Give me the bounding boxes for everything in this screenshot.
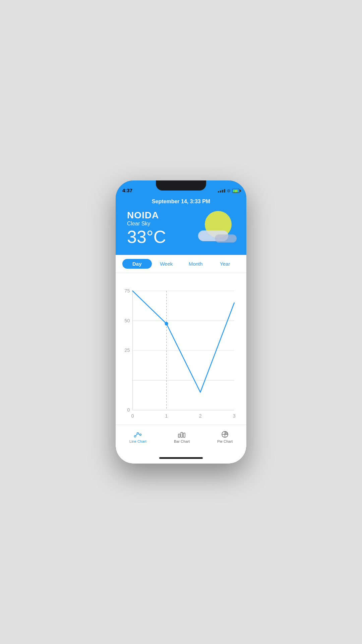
line-chart: 75 50 25 0 0 1 2 3 xyxy=(119,280,241,421)
phone-screen: 4:37 ⊜ ⚡ September 14, 3:33 PM xyxy=(116,180,246,464)
notch xyxy=(156,180,206,191)
nav-pie-chart-label: Pie Chart xyxy=(217,439,233,443)
svg-text:2: 2 xyxy=(199,413,202,419)
tab-year[interactable]: Year xyxy=(210,259,240,269)
weather-condition: Clear Sky xyxy=(127,221,166,227)
status-time: 4:37 xyxy=(122,187,132,193)
svg-point-17 xyxy=(140,434,141,435)
nav-pie-chart[interactable]: Pie Chart xyxy=(217,431,233,443)
svg-text:75: 75 xyxy=(125,288,130,293)
tab-day[interactable]: Day xyxy=(122,259,152,269)
status-icons: ⊜ ⚡ xyxy=(218,188,240,193)
nav-bar-chart[interactable]: Bar Chart xyxy=(174,431,190,443)
tab-month[interactable]: Month xyxy=(181,259,210,269)
line-chart-icon xyxy=(133,431,142,438)
svg-text:1: 1 xyxy=(165,413,168,419)
nav-line-chart[interactable]: Line Chart xyxy=(129,431,146,443)
svg-text:25: 25 xyxy=(125,347,130,353)
svg-text:50: 50 xyxy=(125,318,130,323)
chart-container: 75 50 25 0 0 1 2 3 xyxy=(116,273,246,425)
svg-text:3: 3 xyxy=(233,413,236,419)
weather-info: NOIDA Clear Sky 33°C xyxy=(127,210,166,246)
svg-line-19 xyxy=(138,434,140,434)
tab-bar: Day Week Month Year xyxy=(116,255,246,273)
pie-chart-icon xyxy=(221,431,229,438)
wifi-icon: ⊜ xyxy=(227,188,231,193)
tab-week[interactable]: Week xyxy=(152,259,181,269)
svg-text:0: 0 xyxy=(131,413,134,419)
weather-temperature: 33°C xyxy=(127,228,166,246)
home-indicator xyxy=(116,452,246,464)
nav-line-chart-label: Line Chart xyxy=(129,439,146,443)
weather-date: September 14, 3:33 PM xyxy=(124,199,238,205)
phone-frame: 4:37 ⊜ ⚡ September 14, 3:33 PM xyxy=(116,180,246,464)
weather-city: NOIDA xyxy=(127,210,166,221)
bar-chart-icon xyxy=(177,431,186,438)
signal-icon xyxy=(218,189,225,193)
svg-rect-22 xyxy=(183,433,185,437)
svg-rect-21 xyxy=(181,432,183,437)
home-bar xyxy=(159,457,203,459)
weather-icon xyxy=(198,211,235,245)
bottom-nav: Line Chart Bar Chart Pie Chart xyxy=(116,425,246,452)
weather-header: September 14, 3:33 PM NOIDA Clear Sky 33… xyxy=(116,195,246,255)
svg-rect-20 xyxy=(178,434,180,437)
battery-icon: ⚡ xyxy=(232,189,240,193)
chart-point xyxy=(165,322,168,325)
svg-text:0: 0 xyxy=(127,407,130,413)
cloud-small-icon xyxy=(215,234,237,243)
nav-bar-chart-label: Bar Chart xyxy=(174,439,190,443)
svg-line-18 xyxy=(136,434,137,436)
weather-main: NOIDA Clear Sky 33°C xyxy=(124,210,238,246)
